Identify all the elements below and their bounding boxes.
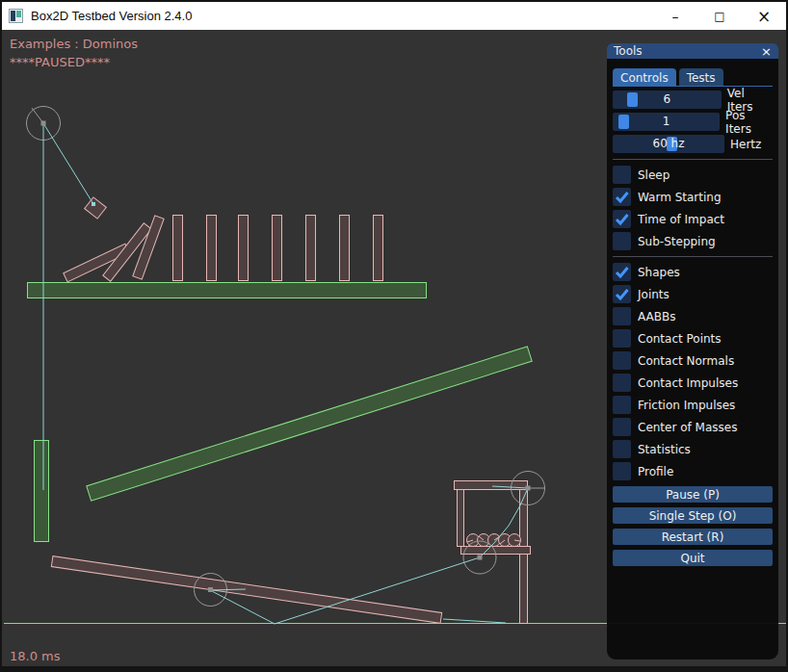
contact-points-label: Contact Points <box>638 332 722 346</box>
contact-impulses-label: Contact Impulses <box>638 376 738 390</box>
static-vertical-plank <box>35 441 49 542</box>
single-step-button[interactable]: Single Step (O) <box>613 507 773 524</box>
separator <box>613 159 773 160</box>
app-window: Examples : Dominos ****PAUSED**** 18.0 m… <box>0 0 788 672</box>
maximize-button[interactable]: □ <box>697 2 742 30</box>
friction-impulses-label: Friction Impulses <box>638 399 735 412</box>
tools-panel-titlebar[interactable]: Tools × <box>607 43 778 59</box>
sub-stepping-label: Sub-Stepping <box>638 235 716 248</box>
statistics-label: Statistics <box>638 443 691 456</box>
vel-iters-slider[interactable]: 6 <box>613 90 722 109</box>
fallen-dominoes <box>64 216 164 282</box>
sleep-checkbox[interactable] <box>613 166 631 184</box>
contact-normals-label: Contact Normals <box>638 354 734 368</box>
checkbox-row-time-of-impact: Time of Impact <box>613 210 773 228</box>
frame-time-label: 18.0 ms <box>10 649 61 663</box>
hertz-row: 60 hz Hertz <box>613 135 773 153</box>
contact-impulses-checkbox[interactable] <box>613 374 631 392</box>
checkbox-row-sub-stepping: Sub-Stepping <box>613 232 773 250</box>
check-icon <box>613 210 631 228</box>
checkbox-row-joints: Joints <box>613 285 773 303</box>
aabbs-label: AABBs <box>638 310 675 323</box>
pos-iters-row: 1 Pos Iters <box>613 113 773 131</box>
vel-iters-value: 6 <box>613 90 722 109</box>
checkbox-row-contact-impulses: Contact Impulses <box>613 374 773 392</box>
checkbox-row-aabbs: AABBs <box>613 307 773 325</box>
tools-panel: Tools × Controls Tests 6 Vel Iters 1 <box>607 43 778 659</box>
restart-button[interactable]: Restart (R) <box>613 529 773 545</box>
aabbs-checkbox[interactable] <box>613 307 631 325</box>
example-label: Examples : Dominos <box>10 37 138 51</box>
tabbar: Controls Tests <box>613 68 773 86</box>
standing-dominoes <box>173 216 383 281</box>
shapes-label: Shapes <box>638 266 680 279</box>
checkbox-row-shapes: Shapes <box>613 263 773 281</box>
check-icon <box>613 263 631 281</box>
contact-points-checkbox[interactable] <box>613 329 631 348</box>
pendulum-box <box>85 197 107 219</box>
joints-checkbox[interactable] <box>613 285 631 303</box>
close-button[interactable]: × <box>742 2 786 30</box>
checkbox-row-contact-points: Contact Points <box>613 329 773 348</box>
warm-starting-label: Warm Starting <box>638 191 722 204</box>
hertz-label: Hertz <box>730 138 761 151</box>
statistics-checkbox[interactable] <box>613 440 631 458</box>
center-of-masses-label: Center of Masses <box>638 421 737 434</box>
quit-button[interactable]: Quit <box>613 550 773 566</box>
pos-iters-value: 1 <box>613 113 720 131</box>
joints-label: Joints <box>638 288 670 301</box>
profile-label: Profile <box>638 465 673 478</box>
checkbox-row-friction-impulses: Friction Impulses <box>613 396 773 414</box>
vel-iters-row: 6 Vel Iters <box>613 90 773 109</box>
check-icon <box>613 188 631 206</box>
friction-impulses-checkbox[interactable] <box>613 396 631 414</box>
tools-panel-title: Tools <box>614 44 643 59</box>
time-of-impact-checkbox[interactable] <box>613 210 631 228</box>
checkbox-row-sleep: Sleep <box>613 166 773 184</box>
separator <box>613 256 773 257</box>
check-icon <box>613 285 631 303</box>
checkbox-row-warm-starting: Warm Starting <box>613 188 773 206</box>
tab-tests[interactable]: Tests <box>679 68 723 86</box>
time-of-impact-label: Time of Impact <box>638 213 724 226</box>
shapes-checkbox[interactable] <box>613 263 631 281</box>
center-of-masses-checkbox[interactable] <box>613 418 631 436</box>
contact-normals-checkbox[interactable] <box>613 351 631 370</box>
app-icon <box>9 9 23 23</box>
pos-iters-slider[interactable]: 1 <box>613 113 720 131</box>
pos-iters-label: Pos Iters <box>725 109 773 136</box>
checkbox-row-statistics: Statistics <box>613 440 773 458</box>
sub-stepping-checkbox[interactable] <box>613 232 631 250</box>
hertz-value: 60 hz <box>613 135 724 153</box>
profile-checkbox[interactable] <box>613 462 631 480</box>
shelf-balls <box>467 534 521 547</box>
window-titlebar[interactable]: Box2D Testbed Version 2.4.0 – □ × <box>2 2 786 30</box>
window-title: Box2D Testbed Version 2.4.0 <box>31 9 192 23</box>
hertz-slider[interactable]: 60 hz <box>613 135 724 153</box>
warm-starting-checkbox[interactable] <box>613 188 631 206</box>
tab-controls[interactable]: Controls <box>613 68 676 86</box>
checkbox-row-profile: Profile <box>613 462 773 480</box>
static-tilted-plank <box>87 347 532 501</box>
checkbox-row-contact-normals: Contact Normals <box>613 351 773 370</box>
static-platform <box>28 283 427 298</box>
minimize-button[interactable]: – <box>653 2 697 30</box>
checkbox-row-center-of-masses: Center of Masses <box>613 418 773 436</box>
pause-button[interactable]: Pause (P) <box>613 486 773 503</box>
sleep-label: Sleep <box>638 168 670 182</box>
paused-label: ****PAUSED**** <box>10 55 110 69</box>
seesaw-plank <box>51 556 441 624</box>
tools-panel-close-icon[interactable]: × <box>761 45 772 58</box>
